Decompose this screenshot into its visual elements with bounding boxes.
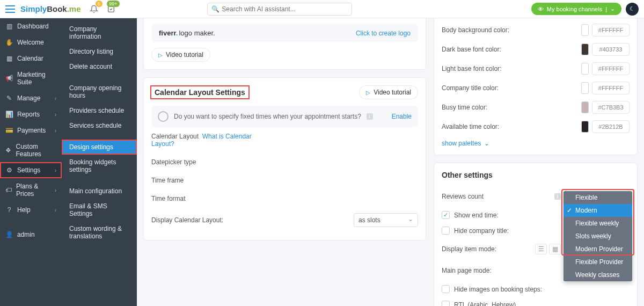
dropdown-option-modern-provider[interactable]: Modern Provider xyxy=(564,243,632,256)
hex-input[interactable]: #FFFFFF xyxy=(592,24,630,37)
dropdown-option-flexible-provider[interactable]: Flexible Provider xyxy=(564,256,632,268)
sidebar-label: Payments xyxy=(17,127,46,134)
color-swatch[interactable] xyxy=(581,121,589,133)
checkbox[interactable] xyxy=(442,211,450,219)
task-badge: 99+ xyxy=(107,1,119,7)
hex-input[interactable]: #FFFFFF xyxy=(592,82,630,94)
logo-maker-card: fiverr.logo maker. Click to create logo … xyxy=(143,18,426,70)
submenu-item-providers-schedule[interactable]: Providers schedule xyxy=(62,103,137,118)
display-layout-row: Display Calendar Layout: as slots xyxy=(151,208,418,232)
video-tutorial-button[interactable]: ▷ Video tutorial xyxy=(359,85,418,99)
color-swatch[interactable] xyxy=(581,43,589,55)
sidebar-item-payments[interactable]: 💳Payments› xyxy=(0,122,62,139)
color-swatch[interactable] xyxy=(581,63,589,75)
video-label: Video tutorial xyxy=(374,89,411,96)
color-swatch[interactable] xyxy=(581,24,589,36)
color-row: Company title color:#FFFFFF xyxy=(442,78,630,98)
dropdown-option-flexible-weekly[interactable]: Flexible weekly xyxy=(564,217,632,230)
grid-view-icon[interactable]: ▦ xyxy=(549,244,561,254)
tag-icon: 🏷 xyxy=(5,186,12,194)
color-label: Body background color: xyxy=(442,26,509,34)
video-tutorial-button[interactable]: ▷ Video tutorial xyxy=(151,48,210,62)
sidebar-label: Help xyxy=(17,206,31,214)
datepicker-row: Datepicker type xyxy=(151,153,418,171)
hex-input[interactable]: #C7B3B3 xyxy=(592,101,630,114)
sidebar-item-marketing-suite[interactable]: 📢Marketing Suite xyxy=(0,67,62,90)
fiverr-logo: fiverr.logo maker. xyxy=(159,29,215,37)
sidebar-item-reports[interactable]: 📊Reports› xyxy=(0,106,62,122)
calendar-layout-dropdown[interactable]: FlexibleModernFlexible weeklySlots weekl… xyxy=(564,191,632,281)
submenu-item-email-sms-settings[interactable]: Email & SMS Settings xyxy=(62,199,137,221)
sidebar-item-welcome[interactable]: ✋Welcome xyxy=(0,34,62,50)
help-icon: ? xyxy=(5,206,13,214)
sidebar-item-manage[interactable]: ✎Manage› xyxy=(0,90,62,106)
search-input[interactable] xyxy=(207,3,352,16)
submenu-item-company-information[interactable]: Company information xyxy=(62,21,137,44)
submenu-item-booking-widgets-settings[interactable]: Booking widgets settings xyxy=(62,155,137,177)
submenu-item-design-settings[interactable]: Design settings xyxy=(62,140,137,155)
submenu-item-directory-listing[interactable]: Directory listing xyxy=(62,44,137,59)
chart-icon: 📊 xyxy=(5,111,13,118)
hex-input[interactable]: #403733 xyxy=(592,43,630,56)
sidebar-label: admin xyxy=(17,231,35,238)
channels-label: My booking channels xyxy=(547,6,602,12)
sidebar-item-custom-features[interactable]: ❖Custom Features xyxy=(0,139,62,162)
color-label: Dark base font color: xyxy=(442,46,501,53)
menu-toggle[interactable] xyxy=(5,5,15,13)
hex-input[interactable]: #2B212B xyxy=(592,120,630,133)
colors-card: Body background color:#FFFFFFDark base f… xyxy=(434,18,638,155)
card-icon: 💳 xyxy=(5,127,13,134)
theme-toggle[interactable]: ☾ xyxy=(626,3,639,16)
sidebar-item-plans-prices[interactable]: 🏷Plans & Prices› xyxy=(0,178,62,202)
sidebar-item-settings[interactable]: ⚙Settings› xyxy=(0,162,62,178)
fiverr-dot: . xyxy=(176,29,178,37)
fiverr-suffix: logo maker. xyxy=(179,29,215,37)
chevron-right-icon: › xyxy=(55,128,56,134)
gear-icon: ⚙ xyxy=(5,166,13,174)
clock-icon xyxy=(158,111,169,122)
display-layout-select[interactable]: as slots xyxy=(354,213,418,227)
sidebar-item-admin[interactable]: 👤admin xyxy=(0,227,62,243)
card-title: Other settings xyxy=(442,171,630,179)
color-swatch[interactable] xyxy=(581,101,589,113)
show-palettes-link[interactable]: show palettes⌄ xyxy=(442,140,489,147)
submenu-item-main-configuration[interactable]: Main configuration xyxy=(62,184,137,199)
checkbox[interactable] xyxy=(442,301,450,306)
booking-channels-button[interactable]: 👁 My booking channels | ⌄ xyxy=(531,3,621,15)
hex-input[interactable]: #FFFFFF xyxy=(592,62,630,75)
enable-link[interactable]: Enable xyxy=(392,113,412,120)
dropdown-option-flexible[interactable]: Flexible xyxy=(564,191,632,204)
dropdown-option-modern[interactable]: Modern xyxy=(564,204,632,217)
dropdown-option-slots-weekly[interactable]: Slots weekly xyxy=(564,230,632,243)
logo[interactable]: SimplyBook.me xyxy=(20,4,81,13)
tasks-button[interactable]: 99+ xyxy=(107,5,115,13)
sidebar-item-dashboard[interactable]: ▥Dashboard xyxy=(0,18,62,34)
sidebar-item-help[interactable]: ?Help› xyxy=(0,202,62,218)
info-icon[interactable]: i xyxy=(554,193,561,200)
notifications-button[interactable]: 5 xyxy=(90,5,98,13)
dropdown-option-weekly-classes[interactable]: Weekly classes xyxy=(564,268,632,281)
calendar-layout-card: Calendar Layout Settings ▷ Video tutoria… xyxy=(143,77,426,241)
pencil-icon: ✎ xyxy=(5,94,13,102)
list-view-icon[interactable]: ☰ xyxy=(535,244,547,254)
calendar-icon: ▦ xyxy=(5,55,13,62)
create-logo-link[interactable]: Click to create logo xyxy=(356,30,411,37)
submenu-item-company-opening-hours[interactable]: Company opening hours xyxy=(62,81,137,103)
color-label: Light base font color: xyxy=(442,65,501,72)
submenu-item-delete-account[interactable]: Delete account xyxy=(62,59,137,74)
label: Datepicker type xyxy=(151,158,275,166)
sidebar-label: Plans & Prices xyxy=(16,183,50,198)
timeformat-row: Time format xyxy=(151,190,418,208)
sidebar-item-calendar[interactable]: ▦Calendar xyxy=(0,50,62,67)
video-label: Video tutorial xyxy=(166,51,203,59)
dashboard-icon: ▥ xyxy=(5,23,13,30)
submenu-item-services-schedule[interactable]: Services schedule xyxy=(62,118,137,133)
info-icon[interactable]: i xyxy=(367,113,373,120)
color-swatch[interactable] xyxy=(581,82,589,94)
checkbox[interactable] xyxy=(442,227,450,235)
label: Display Calendar Layout: xyxy=(151,216,275,224)
card-title: Calendar Layout Settings xyxy=(151,86,248,98)
color-label: Company title color: xyxy=(442,84,499,92)
submenu-item-custom-wording-translations[interactable]: Custom wording & translations xyxy=(62,221,137,244)
checkbox[interactable] xyxy=(442,285,450,293)
